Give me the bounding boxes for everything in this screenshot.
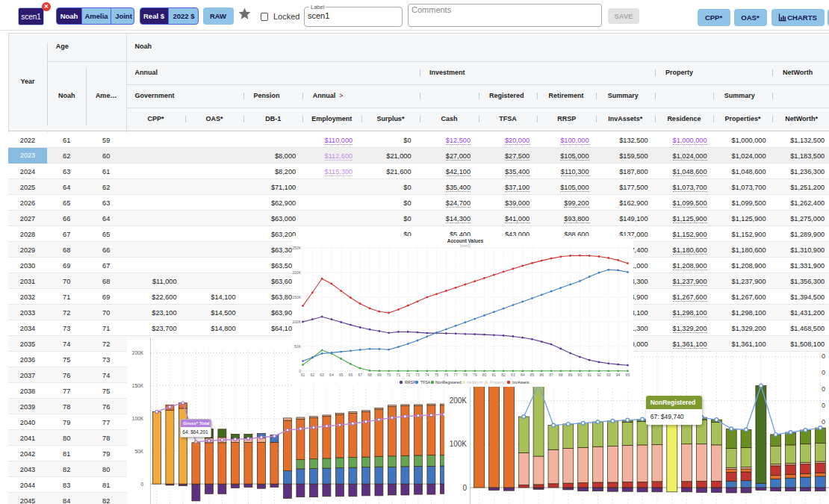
svg-text:NetWorth: NetWorth [467, 380, 483, 385]
svg-text:150K: 150K [292, 295, 301, 299]
svg-text:80: 80 [482, 373, 486, 377]
svg-text:100K: 100K [292, 320, 301, 324]
svg-text:74: 74 [425, 373, 429, 377]
svg-text:0: 0 [822, 369, 825, 376]
svg-text:100K: 100K [450, 440, 468, 448]
svg-text:RRSP: RRSP [405, 380, 416, 385]
svg-text:70: 70 [386, 373, 391, 377]
svg-text:63: 63 [320, 373, 324, 377]
svg-text:0: 0 [822, 385, 825, 393]
svg-text:94: 94 [615, 373, 620, 377]
svg-text:150K: 150K [132, 382, 144, 388]
svg-text:79: 79 [472, 373, 476, 377]
svg-text:67: 67 [358, 373, 362, 377]
svg-text:62: 62 [310, 373, 314, 377]
svg-text:73: 73 [415, 373, 420, 377]
svg-text:88: 88 [559, 373, 563, 377]
svg-text:69: 69 [377, 373, 382, 377]
svg-text:200K: 200K [132, 350, 144, 355]
svg-text:50K: 50K [294, 344, 302, 349]
svg-text:61: 61 [300, 373, 305, 377]
svg-text:93: 93 [606, 373, 611, 377]
svg-text:82: 82 [501, 373, 506, 377]
svg-text:0: 0 [822, 352, 825, 360]
svg-text:65: 65 [338, 373, 343, 377]
svg-text:95: 95 [625, 373, 630, 377]
svg-text:76: 76 [444, 373, 448, 377]
svg-text:0: 0 [140, 481, 143, 486]
svg-text:50K: 50K [134, 448, 143, 453]
svg-text:200K: 200K [292, 270, 301, 275]
svg-text:81: 81 [491, 373, 496, 377]
svg-text:90: 90 [577, 373, 582, 377]
svg-text:64: 64 [329, 373, 334, 377]
svg-text:Property: Property [490, 380, 505, 385]
svg-text:78: 78 [463, 373, 468, 377]
svg-text:75: 75 [434, 373, 438, 377]
svg-text:InvAssets: InvAssets [512, 380, 530, 385]
svg-text:TFSA: TFSA [420, 380, 431, 385]
svg-text:87: 87 [549, 373, 553, 377]
svg-text:83: 83 [511, 373, 515, 377]
svg-text:NonRegistered: NonRegistered [435, 380, 462, 385]
svg-text:100K: 100K [132, 415, 144, 420]
svg-text:0: 0 [462, 484, 467, 492]
svg-text:71: 71 [396, 373, 400, 377]
svg-text:68: 68 [367, 373, 372, 377]
svg-text:[scen1]: [scen1] [459, 244, 471, 248]
svg-text:92: 92 [597, 373, 601, 377]
svg-text:250K: 250K [292, 246, 301, 250]
svg-text:84: 84 [520, 373, 524, 377]
svg-text:85: 85 [530, 373, 534, 377]
svg-text:86: 86 [539, 373, 544, 377]
svg-text:77: 77 [453, 373, 458, 377]
svg-text:89: 89 [568, 373, 572, 377]
svg-text:Account Values: Account Values [447, 238, 483, 243]
svg-text:200K: 200K [450, 396, 468, 405]
svg-text:66: 66 [348, 373, 353, 377]
svg-text:72: 72 [406, 373, 410, 377]
svg-text:0: 0 [822, 418, 825, 426]
svg-text:91: 91 [587, 373, 592, 377]
svg-text:0: 0 [822, 402, 825, 409]
